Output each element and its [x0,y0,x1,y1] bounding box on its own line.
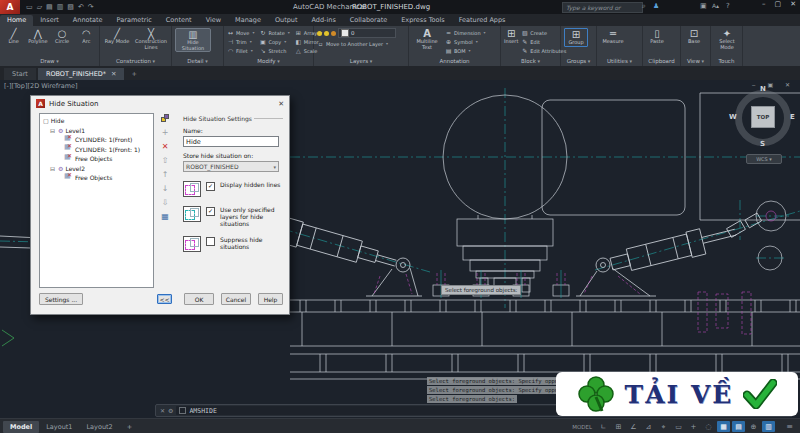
layout-tab-layout1[interactable]: Layout1 [39,421,79,433]
lineweight-icon[interactable]: ▭ [672,421,685,432]
ortho-toggle-icon[interactable]: ∟ [597,421,610,432]
layout-tab-model[interactable]: Model [3,421,39,433]
new-drawing-tab-button[interactable]: + [126,68,141,80]
stretch-button[interactable]: ↘Stretch [259,47,289,55]
search-icon[interactable]: ⌕ [642,2,646,10]
isodraft-icon[interactable]: ⊿ [642,421,655,432]
insert-block-button[interactable]: ⊞Insert [504,28,518,45]
edit-block-button[interactable]: ✎Edit [521,38,566,46]
layer-lock-icon[interactable] [331,31,336,36]
tree-item-level1[interactable]: ⊟⚙Level1 [40,126,153,136]
base-view-button[interactable]: ⊡Base [684,28,704,45]
viewport-controls[interactable]: [-][Top][2D Wireframe] [4,82,78,90]
construction-lines-button[interactable]: ╳Construction Lines [134,28,168,50]
save-as-icon[interactable]: ▥ [57,3,64,11]
snap-mode-icon[interactable]: ▦ [717,421,730,432]
tree-item-cylinder-front-1[interactable]: ▦✕CYLINDER: 1(Front: 1) [40,145,153,155]
help-button[interactable]: Help [258,293,283,305]
viewcube-north[interactable]: N [760,85,766,93]
download-watermark[interactable]: TẢI VỀ [556,372,798,416]
tab-express-tools[interactable]: Express Tools [394,15,451,26]
close-button[interactable]: ✕ [790,0,796,8]
move-down-hollow-icon[interactable]: ⇩ [162,198,169,207]
panel-label-detail[interactable]: Detail [172,57,223,66]
layer-freeze-icon[interactable] [324,31,329,36]
wcs-dropdown[interactable]: WCS ▾ [746,154,782,164]
move-button[interactable]: ↔Move [227,29,254,37]
autodesk-alert-icon[interactable]: A▴ [712,2,719,9]
multiline-text-button[interactable]: AMultiline Text [412,28,442,50]
panel-label-groups[interactable]: Groups [561,57,596,66]
circle-button[interactable]: ○Circle [52,28,73,45]
sign-in-icon[interactable]: ♟ [653,2,659,10]
paste-button[interactable]: ▯Paste [646,28,668,45]
situation-tree[interactable]: ▢Hide ⊟⚙Level1 ▦✕CYLINDER: 1(Front) ▦✕CY… [39,113,154,288]
transparency-icon[interactable]: ◌ [702,421,715,432]
panel-label-block[interactable]: Block [501,57,560,66]
panel-label-view[interactable]: View [681,57,710,66]
annotation-scale-icon[interactable]: ▤ [732,421,745,432]
tab-featured-apps[interactable]: Featured Apps [452,15,513,26]
panel-label-modify[interactable]: Modify [224,57,313,66]
display-hidden-lines-checkbox[interactable]: ✓ [206,182,215,191]
viewcube[interactable]: N S W E TOP [733,88,793,148]
edit-attributes-button[interactable]: ✎Edit Attributes [521,47,566,55]
tab-manage[interactable]: Manage [228,15,268,26]
collapse-icon[interactable]: ⊟ [50,127,56,134]
group-button[interactable]: ⊞Group [564,28,588,47]
search-input[interactable]: Type a keyword or phrase [562,2,643,13]
dialog-close-icon[interactable]: ✕ [278,100,284,108]
crosshair-icon[interactable]: + [687,421,700,432]
undo-icon[interactable]: ↶ [78,3,84,11]
trim-button[interactable]: ⊣Trim [227,38,254,46]
tab-content[interactable]: Content [159,15,199,26]
autocad-logo-icon[interactable]: A [0,0,20,14]
new-icon[interactable]: ▭ [26,3,33,11]
plot-icon[interactable]: ▧ [67,3,74,11]
panel-label-draw[interactable]: Draw [0,57,99,66]
tab-annotate[interactable]: Annotate [66,15,110,26]
tree-item-level2[interactable]: ⊟⚙Level2 [40,164,153,174]
suppress-hide-checkbox[interactable] [206,237,215,246]
bom-button[interactable]: ▤BOM [445,47,486,55]
collapse-icon[interactable]: ⊟ [50,165,56,172]
viewcube-east[interactable]: E [790,113,795,121]
tab-view[interactable]: View [199,15,228,26]
open-icon[interactable]: ▱ [37,3,42,11]
copy-button[interactable]: ▣Copy [259,38,289,46]
panel-label-annotation[interactable]: Annotation [409,57,500,66]
panel-label-clipboard[interactable]: Clipboard [643,57,680,66]
fillet-button[interactable]: ◠Fillet [227,47,254,55]
move-down-icon[interactable]: ↓ [162,184,169,193]
panel-label-touch[interactable]: Touch [711,57,742,66]
specified-layers-checkbox[interactable]: ✓ [206,207,215,216]
file-tab-start[interactable]: Start [4,68,36,80]
move-to-layer-button[interactable]: ▫Move to Another Layer [317,40,406,48]
delete-icon[interactable]: ✕ [162,142,169,151]
app-store-cart-icon[interactable]: ▣ [700,2,707,10]
tab-parametric[interactable]: Parametric [110,15,159,26]
command-customize-icon[interactable]: ⚙ [168,407,173,414]
tree-item-cylinder-front[interactable]: ▦✕CYLINDER: 1(Front) [40,135,153,145]
viewcube-west[interactable]: W [729,113,737,121]
add-objects-icon[interactable]: + [162,128,169,137]
tree-item-free-objects-1[interactable]: ▦✕Free Objects [40,154,153,164]
hardware-accel-icon[interactable]: ▥ [762,421,775,432]
grid-toggle-icon[interactable]: ⊞ [612,421,625,432]
tab-home[interactable]: Home [0,15,33,26]
redo-icon[interactable]: ↷ [88,3,94,11]
viewcube-top-face[interactable]: TOP [751,106,775,128]
new-situation-icon[interactable] [161,114,170,123]
hide-situation-button[interactable]: ▥Hide Situation [175,28,211,52]
layer-on-icon[interactable] [317,31,322,36]
tab-output[interactable]: Output [268,15,305,26]
object-snap-icon[interactable]: ⌖ [657,421,670,432]
measure-button[interactable]: ═Measure [600,28,626,45]
maximize-button[interactable]: ▢ [775,0,782,8]
collapse-dialog-button[interactable]: << [157,294,172,304]
ray-mode-button[interactable]: ╱Ray Mode [103,28,131,45]
move-up-hollow-icon[interactable]: ⇧ [162,156,169,165]
polar-tracking-icon[interactable]: ∠ [627,421,640,432]
model-space-label[interactable]: MODEL [572,424,592,430]
settings-button[interactable]: Settings ... [39,293,83,305]
